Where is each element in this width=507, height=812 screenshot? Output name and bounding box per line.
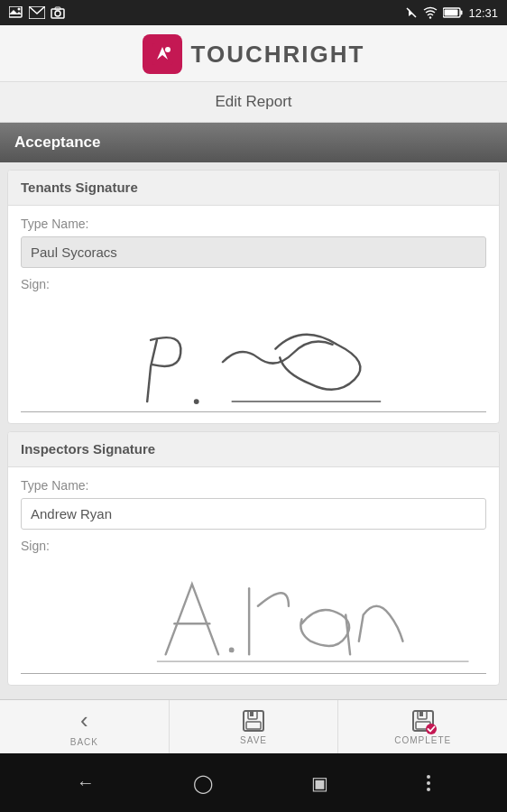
svg-rect-12 — [445, 10, 458, 16]
complete-icon-container — [411, 709, 435, 733]
status-bar: 12:31 — [0, 0, 507, 25]
status-icons-right: 12:31 — [405, 6, 498, 20]
status-icons-left — [9, 6, 65, 19]
inspectors-type-name-label: Type Name: — [21, 478, 486, 493]
inspectors-sign-label: Sign: — [21, 539, 486, 553]
tenants-card-body: Type Name: Sign: — [8, 206, 499, 423]
nav-save[interactable]: SAVE — [170, 700, 339, 753]
inspectors-signature-svg — [21, 557, 486, 673]
tenants-signature-card: Tenants Signature Type Name: Sign: — [7, 170, 500, 424]
wifi-icon — [423, 6, 438, 19]
nav-save-label: SAVE — [240, 735, 267, 745]
svg-point-15 — [165, 47, 171, 52]
nav-complete[interactable]: COMPLETE — [338, 700, 507, 753]
more-options-button[interactable] — [427, 775, 430, 791]
acceptance-label: Acceptance — [14, 134, 100, 151]
inspectors-title: Inspectors Signature — [21, 441, 155, 457]
system-nav: ← ◯ ▣ — [0, 753, 507, 812]
svg-point-17 — [229, 648, 235, 653]
tenants-title: Tenants Signature — [21, 180, 138, 195]
inspectors-card-body: Type Name: Sign: — [8, 467, 499, 685]
complete-check-icon — [426, 724, 437, 734]
app-header: TOUCHRIGHT — [0, 25, 507, 82]
mute-icon — [405, 6, 418, 19]
logo-icon — [143, 34, 182, 74]
email-icon — [29, 6, 45, 19]
recents-system-button[interactable]: ▣ — [311, 772, 328, 794]
inspectors-signature-area[interactable] — [21, 557, 486, 674]
svg-point-16 — [194, 399, 199, 404]
tenants-name-input[interactable] — [21, 236, 486, 268]
tenants-signature-area[interactable] — [21, 295, 486, 412]
gallery-icon — [9, 6, 23, 19]
home-system-button[interactable]: ◯ — [193, 772, 213, 794]
svg-rect-26 — [419, 712, 423, 716]
logo-text: TOUCHRIGHT — [191, 41, 365, 69]
bottom-nav: ‹ BACK SAVE COMPLETE — [0, 699, 507, 753]
svg-rect-22 — [250, 712, 254, 716]
back-system-button[interactable]: ← — [77, 772, 95, 793]
nav-back[interactable]: ‹ BACK — [0, 700, 170, 753]
time-display: 12:31 — [468, 6, 498, 20]
nav-complete-label: COMPLETE — [394, 735, 451, 745]
tenants-signature-svg — [21, 295, 486, 411]
svg-point-2 — [18, 8, 21, 11]
svg-rect-11 — [461, 11, 463, 15]
save-disk-icon — [242, 709, 265, 733]
back-icon: ‹ — [80, 706, 88, 734]
camera-icon — [51, 6, 65, 19]
tenants-card-header: Tenants Signature — [8, 171, 499, 206]
inspectors-name-input[interactable] — [21, 498, 486, 530]
nav-back-label: BACK — [70, 737, 98, 747]
svg-marker-1 — [9, 10, 22, 14]
inspectors-card-header: Inspectors Signature — [8, 432, 499, 467]
tenants-sign-label: Sign: — [21, 277, 486, 291]
svg-point-5 — [55, 11, 60, 16]
acceptance-section-header: Acceptance — [0, 123, 507, 162]
page-title: Edit Report — [215, 93, 291, 110]
svg-rect-21 — [246, 722, 261, 729]
svg-point-9 — [429, 16, 431, 18]
battery-icon — [443, 7, 463, 18]
page-title-bar: Edit Report — [0, 82, 507, 123]
logo-container: TOUCHRIGHT — [143, 34, 365, 74]
tenants-type-name-label: Type Name: — [21, 217, 486, 231]
inspectors-signature-card: Inspectors Signature Type Name: Sign: — [7, 431, 500, 686]
scroll-content[interactable]: Tenants Signature Type Name: Sign: — [0, 162, 507, 728]
